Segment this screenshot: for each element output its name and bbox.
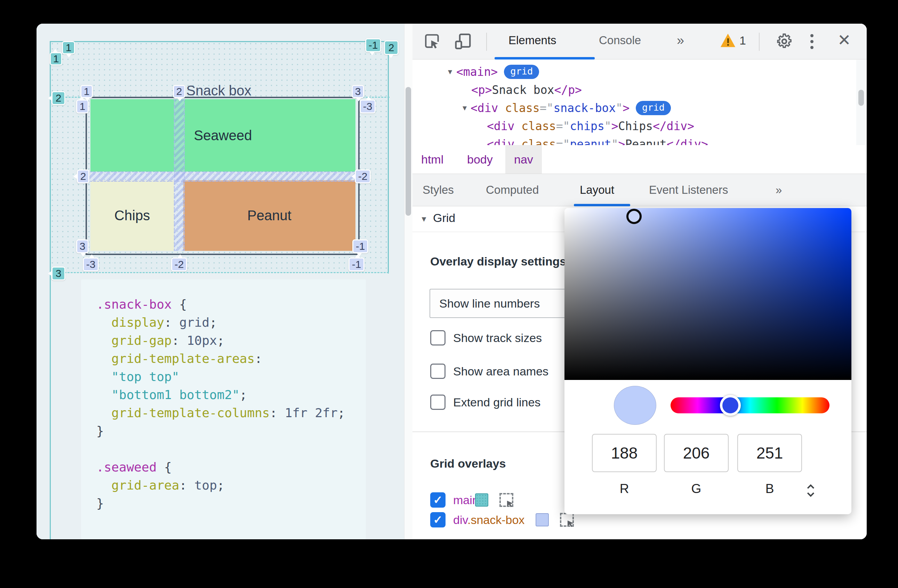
page-scrollbar-thumb[interactable]	[406, 87, 411, 216]
tree-row[interactable]: <div class="chips">Chips</div>	[412, 117, 856, 135]
page-scrollbar[interactable]	[404, 24, 413, 539]
grid-section-title: Grid	[433, 211, 455, 225]
snack-grid-line-bottom	[86, 254, 360, 255]
dom-token: <div	[471, 101, 505, 115]
blue-label: B	[759, 482, 780, 496]
inspect-icon[interactable]	[424, 33, 441, 50]
main-grid-line-number: 3	[51, 266, 65, 280]
more-tabs-icon[interactable]: »	[677, 24, 684, 57]
css-code-line	[96, 440, 359, 458]
css-code-line: grid-template-areas:	[96, 350, 359, 368]
expand-arrow-icon[interactable]: ▼	[448, 68, 452, 76]
css-token: 1fr 2fr	[285, 406, 338, 420]
breadcrumb: htmlbodynav	[412, 145, 867, 174]
css-token: }	[96, 424, 104, 438]
blue-value-input[interactable]: 251	[737, 434, 802, 472]
tab-styles[interactable]: Styles	[423, 174, 454, 206]
css-token: :	[255, 351, 262, 366]
green-label: G	[686, 482, 707, 496]
grid-badge[interactable]: grid	[636, 101, 671, 115]
overlay-checkbox-div[interactable]: ✓	[430, 512, 446, 528]
css-token: {	[157, 460, 171, 474]
tree-row[interactable]: ▼<main>grid	[412, 63, 856, 81]
tab-console[interactable]: Console	[599, 24, 641, 57]
dom-token: >	[623, 101, 629, 115]
section-collapse-icon[interactable]: ▼	[420, 215, 428, 224]
overlay-settings-heading: Overlay display settings	[430, 255, 566, 268]
overlay-color-swatch[interactable]	[536, 513, 549, 526]
tree-row[interactable]: ▼<div class="snack-box">grid	[412, 99, 856, 117]
css-code-line: "bottom1 bottom2";	[96, 386, 359, 404]
dom-token: "	[616, 101, 623, 115]
css-token: :	[164, 315, 179, 329]
color-format-switcher-icon[interactable]	[804, 483, 817, 500]
page-title: Snack box	[149, 83, 288, 99]
dom-token: class	[505, 101, 540, 115]
elements-tree: ▼<main>grid<p>Snack box</p>▼<div class="…	[412, 60, 856, 148]
css-code-line: grid-template-columns: 1fr 2fr;	[96, 404, 359, 422]
device-toolbar-icon[interactable]	[454, 32, 472, 51]
elements-tree-scrollbar-thumb[interactable]	[858, 90, 864, 106]
checkbox-row: Show track sizes	[430, 330, 542, 345]
css-token: top	[194, 478, 217, 492]
hue-slider[interactable]	[670, 397, 829, 413]
devtools-toolbar: Elements Console » 1	[412, 24, 867, 60]
css-token: {	[172, 297, 187, 311]
checkbox-show-track-sizes[interactable]	[430, 330, 446, 345]
close-icon[interactable]: ✕	[838, 31, 851, 49]
settings-gear-icon[interactable]	[776, 33, 793, 50]
overlay-select-element-icon[interactable]	[560, 513, 574, 527]
dom-token: <div	[487, 119, 521, 133]
overlay-select-element-icon[interactable]	[500, 493, 514, 507]
expand-arrow-icon[interactable]: ▼	[463, 104, 467, 112]
toolbar-divider	[486, 33, 487, 51]
css-token: grid-template-areas	[96, 351, 255, 366]
dom-token: </div>	[653, 119, 694, 133]
browser-window: Snack box Seaweed Chips Peanut 1-1212312…	[37, 24, 867, 539]
css-token: grid-gap	[96, 333, 172, 348]
peanut-area: Peanut	[183, 180, 355, 251]
elements-tree-scrollbar[interactable]	[856, 60, 866, 145]
checkbox-extend-grid-lines[interactable]	[430, 394, 446, 410]
seaweed-area: Seaweed	[91, 99, 355, 171]
main-grid-line-row3	[65, 272, 389, 273]
dom-token: <p>	[471, 83, 492, 97]
css-code-line: .snack-box {	[96, 296, 359, 314]
main-grid-line-number: 2	[51, 91, 65, 105]
breadcrumb-item-nav[interactable]: nav	[505, 145, 542, 174]
dom-token: chips	[570, 119, 604, 133]
snack-grid-line-number: 1	[76, 100, 89, 114]
tab-event-listeners[interactable]: Event Listeners	[649, 174, 728, 206]
kebab-menu-icon[interactable]	[810, 34, 813, 49]
green-value-input[interactable]: 206	[664, 434, 729, 472]
breadcrumb-item-html[interactable]: html	[412, 145, 452, 174]
grid-overlays-heading: Grid overlays	[430, 457, 506, 470]
overlay-color-swatch[interactable]	[475, 493, 488, 506]
hue-slider-handle[interactable]	[720, 395, 741, 416]
breadcrumb-item-body[interactable]: body	[458, 145, 501, 174]
css-token: ;	[217, 478, 224, 492]
css-token: .seaweed	[96, 460, 157, 474]
grid-badge[interactable]: grid	[504, 65, 539, 79]
color-gradient-selector[interactable]	[626, 209, 642, 224]
overlay-checkbox-main[interactable]: ✓	[430, 492, 446, 508]
tree-row[interactable]: <p>Snack box</p>	[412, 81, 856, 99]
css-token: .snack-box	[96, 297, 172, 311]
tab--[interactable]: »	[776, 174, 782, 206]
tab-layout[interactable]: Layout	[580, 174, 614, 206]
warning-icon[interactable]: 1	[720, 33, 746, 48]
main-grid-line-top	[50, 41, 389, 42]
css-token: grid	[179, 315, 209, 329]
dom-token: class	[521, 119, 556, 133]
color-picker-popup: 188 206 251 R G B	[564, 208, 851, 514]
red-value-input[interactable]: 188	[592, 434, 657, 472]
tab-computed[interactable]: Computed	[486, 174, 539, 206]
tab-elements[interactable]: Elements	[509, 24, 557, 57]
checkbox-show-area-names[interactable]	[430, 363, 446, 379]
current-color-swatch[interactable]	[614, 386, 656, 425]
color-gradient-field[interactable]	[564, 208, 851, 380]
css-token: ;	[217, 333, 224, 348]
checkbox-row: Extend grid lines	[430, 394, 540, 410]
css-token: grid-template-columns	[96, 406, 270, 420]
css-token: grid-area	[96, 478, 179, 492]
